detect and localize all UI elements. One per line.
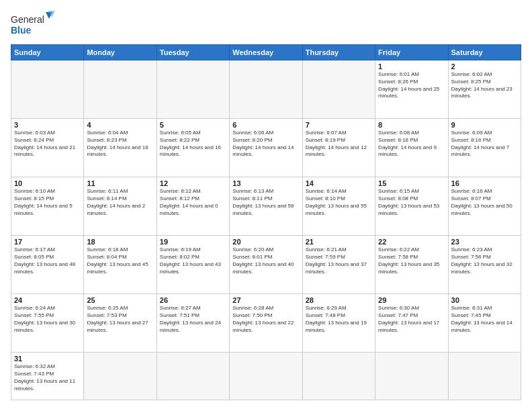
day-number: 5 (160, 121, 226, 129)
page: General Blue SundayMondayTuesdayWednesda… (0, 0, 532, 411)
day-info: Sunrise: 6:01 AM Sunset: 8:26 PM Dayligh… (378, 71, 445, 100)
day-info: Sunrise: 6:19 AM Sunset: 8:02 PM Dayligh… (160, 246, 226, 275)
col-header-thursday: Thursday (302, 45, 375, 60)
calendar-cell: 19Sunrise: 6:19 AM Sunset: 8:02 PM Dayli… (157, 236, 229, 294)
day-number: 2 (451, 62, 518, 71)
calendar-cell (84, 353, 157, 400)
day-info: Sunrise: 6:08 AM Sunset: 8:18 PM Dayligh… (378, 130, 445, 158)
day-number: 11 (87, 179, 153, 187)
calendar-cell: 30Sunrise: 6:31 AM Sunset: 7:45 PM Dayli… (448, 294, 521, 353)
day-number: 8 (378, 121, 445, 129)
calendar-cell: 21Sunrise: 6:21 AM Sunset: 7:59 PM Dayli… (302, 236, 375, 294)
calendar-cell: 9Sunrise: 6:09 AM Sunset: 8:16 PM Daylig… (448, 119, 521, 177)
day-number: 7 (306, 121, 372, 129)
day-number: 27 (232, 296, 299, 304)
logo-svg: General Blue (11, 11, 58, 38)
day-info: Sunrise: 6:27 AM Sunset: 7:51 PM Dayligh… (160, 305, 226, 334)
calendar-week-6: 31Sunrise: 6:32 AM Sunset: 7:43 PM Dayli… (11, 353, 521, 400)
calendar-week-3: 10Sunrise: 6:10 AM Sunset: 8:15 PM Dayli… (11, 177, 521, 236)
calendar-cell (230, 353, 302, 400)
day-number: 21 (306, 238, 372, 246)
calendar-cell: 15Sunrise: 6:15 AM Sunset: 8:08 PM Dayli… (375, 177, 448, 236)
calendar-cell: 25Sunrise: 6:25 AM Sunset: 7:53 PM Dayli… (84, 294, 157, 353)
day-info: Sunrise: 6:12 AM Sunset: 8:12 PM Dayligh… (160, 188, 226, 217)
day-info: Sunrise: 6:03 AM Sunset: 8:24 PM Dayligh… (14, 130, 81, 158)
day-number: 1 (378, 62, 445, 71)
day-info: Sunrise: 6:20 AM Sunset: 8:01 PM Dayligh… (232, 246, 299, 275)
day-number: 10 (14, 179, 81, 187)
day-info: Sunrise: 6:06 AM Sunset: 8:20 PM Dayligh… (232, 130, 299, 158)
calendar-cell: 10Sunrise: 6:10 AM Sunset: 8:15 PM Dayli… (11, 177, 84, 236)
day-info: Sunrise: 6:21 AM Sunset: 7:59 PM Dayligh… (306, 246, 372, 275)
day-number: 6 (232, 121, 299, 129)
calendar-cell (448, 353, 521, 400)
day-number: 16 (451, 179, 518, 187)
day-number: 14 (306, 179, 372, 187)
day-info: Sunrise: 6:07 AM Sunset: 8:19 PM Dayligh… (306, 130, 372, 158)
day-number: 31 (14, 355, 81, 363)
day-info: Sunrise: 6:23 AM Sunset: 7:56 PM Dayligh… (451, 246, 518, 275)
calendar-cell (230, 60, 302, 119)
calendar-cell: 26Sunrise: 6:27 AM Sunset: 7:51 PM Dayli… (157, 294, 229, 353)
calendar-cell: 18Sunrise: 6:18 AM Sunset: 8:04 PM Dayli… (84, 236, 157, 294)
calendar-cell: 2Sunrise: 6:02 AM Sunset: 8:25 PM Daylig… (448, 60, 521, 119)
calendar-cell: 23Sunrise: 6:23 AM Sunset: 7:56 PM Dayli… (448, 236, 521, 294)
day-info: Sunrise: 6:10 AM Sunset: 8:15 PM Dayligh… (14, 188, 81, 217)
calendar-cell: 13Sunrise: 6:13 AM Sunset: 8:11 PM Dayli… (230, 177, 302, 236)
calendar-header-row: SundayMondayTuesdayWednesdayThursdayFrid… (11, 45, 521, 60)
day-info: Sunrise: 6:14 AM Sunset: 8:10 PM Dayligh… (306, 188, 372, 217)
day-info: Sunrise: 6:04 AM Sunset: 8:23 PM Dayligh… (87, 130, 153, 158)
calendar-cell: 29Sunrise: 6:30 AM Sunset: 7:47 PM Dayli… (375, 294, 448, 353)
day-info: Sunrise: 6:11 AM Sunset: 8:14 PM Dayligh… (87, 188, 153, 217)
day-number: 9 (451, 121, 518, 129)
svg-text:Blue: Blue (11, 25, 32, 36)
calendar-cell: 16Sunrise: 6:16 AM Sunset: 8:07 PM Dayli… (448, 177, 521, 236)
calendar-week-1: 1Sunrise: 6:01 AM Sunset: 8:26 PM Daylig… (11, 60, 521, 119)
header: General Blue (11, 11, 521, 38)
day-info: Sunrise: 6:17 AM Sunset: 8:05 PM Dayligh… (14, 246, 81, 275)
day-number: 19 (160, 238, 226, 246)
calendar-cell: 12Sunrise: 6:12 AM Sunset: 8:12 PM Dayli… (157, 177, 229, 236)
day-info: Sunrise: 6:28 AM Sunset: 7:50 PM Dayligh… (232, 305, 299, 334)
day-number: 3 (14, 121, 81, 129)
day-number: 25 (87, 296, 153, 304)
calendar-cell: 5Sunrise: 6:05 AM Sunset: 8:22 PM Daylig… (157, 119, 229, 177)
day-number: 12 (160, 179, 226, 187)
svg-text:General: General (11, 14, 44, 25)
calendar-cell (157, 60, 229, 119)
calendar-cell: 28Sunrise: 6:29 AM Sunset: 7:48 PM Dayli… (302, 294, 375, 353)
calendar-cell: 14Sunrise: 6:14 AM Sunset: 8:10 PM Dayli… (302, 177, 375, 236)
day-info: Sunrise: 6:16 AM Sunset: 8:07 PM Dayligh… (451, 188, 518, 217)
calendar-table: SundayMondayTuesdayWednesdayThursdayFrid… (11, 44, 521, 400)
calendar-cell: 4Sunrise: 6:04 AM Sunset: 8:23 PM Daylig… (84, 119, 157, 177)
day-info: Sunrise: 6:24 AM Sunset: 7:55 PM Dayligh… (14, 305, 81, 334)
col-header-tuesday: Tuesday (157, 45, 229, 60)
col-header-friday: Friday (375, 45, 448, 60)
calendar-cell: 20Sunrise: 6:20 AM Sunset: 8:01 PM Dayli… (230, 236, 302, 294)
day-number: 4 (87, 121, 153, 129)
day-number: 26 (160, 296, 226, 304)
calendar-cell (84, 60, 157, 119)
day-number: 13 (232, 179, 299, 187)
day-info: Sunrise: 6:13 AM Sunset: 8:11 PM Dayligh… (232, 188, 299, 217)
col-header-monday: Monday (84, 45, 157, 60)
calendar-cell: 27Sunrise: 6:28 AM Sunset: 7:50 PM Dayli… (230, 294, 302, 353)
calendar-week-5: 24Sunrise: 6:24 AM Sunset: 7:55 PM Dayli… (11, 294, 521, 353)
day-info: Sunrise: 6:25 AM Sunset: 7:53 PM Dayligh… (87, 305, 153, 334)
calendar-cell: 6Sunrise: 6:06 AM Sunset: 8:20 PM Daylig… (230, 119, 302, 177)
day-info: Sunrise: 6:29 AM Sunset: 7:48 PM Dayligh… (306, 305, 372, 334)
col-header-saturday: Saturday (448, 45, 521, 60)
logo: General Blue (11, 11, 58, 38)
calendar-cell: 3Sunrise: 6:03 AM Sunset: 8:24 PM Daylig… (11, 119, 84, 177)
day-info: Sunrise: 6:22 AM Sunset: 7:58 PM Dayligh… (378, 246, 445, 275)
day-number: 24 (14, 296, 81, 304)
day-number: 17 (14, 238, 81, 246)
calendar-cell (375, 353, 448, 400)
calendar-cell: 24Sunrise: 6:24 AM Sunset: 7:55 PM Dayli… (11, 294, 84, 353)
day-number: 15 (378, 179, 445, 187)
calendar-cell: 31Sunrise: 6:32 AM Sunset: 7:43 PM Dayli… (11, 353, 84, 400)
day-info: Sunrise: 6:09 AM Sunset: 8:16 PM Dayligh… (451, 130, 518, 158)
col-header-sunday: Sunday (11, 45, 84, 60)
day-number: 22 (378, 238, 445, 246)
day-number: 20 (232, 238, 299, 246)
